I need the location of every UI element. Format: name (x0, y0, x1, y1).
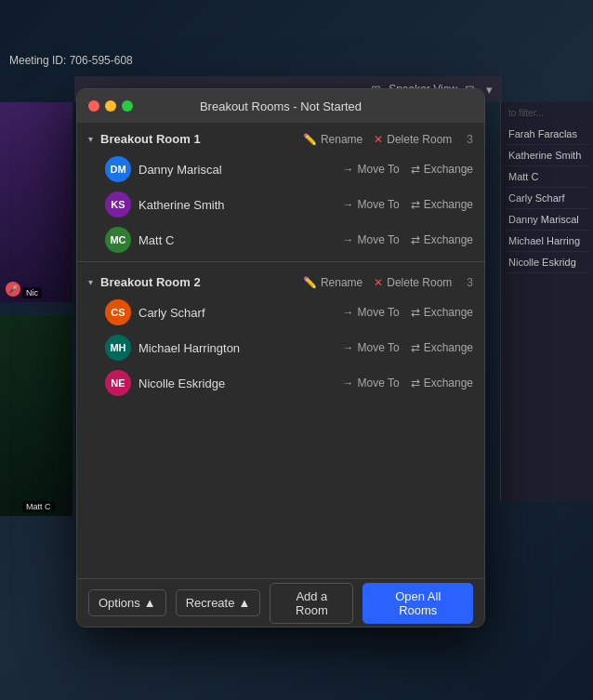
matt-actions: → Move To ⇄ Exchange (342, 233, 473, 246)
room-1-delete-button[interactable]: ✕ Delete Room (374, 133, 452, 146)
danny-exchange-label: Exchange (424, 163, 473, 176)
recreate-chevron-icon: ▲ (238, 596, 250, 610)
recreate-button[interactable]: Recreate ▲ (176, 589, 261, 616)
filter-placeholder: to filter... (505, 108, 589, 118)
options-label: Options (99, 596, 140, 610)
room-2-rename-button[interactable]: ✏️ Rename (303, 276, 362, 289)
katherine-exchange-button[interactable]: ⇄ Exchange (411, 198, 473, 211)
room-2-actions: ✏️ Rename ✕ Delete Room 3 (303, 276, 473, 289)
pencil-icon: ✏️ (303, 133, 317, 146)
modal-footer: Options ▲ Recreate ▲ Add a Room Open All… (77, 578, 484, 627)
room-1-rename-label: Rename (321, 133, 362, 146)
participant-name-carly: Carly Scharf (138, 306, 335, 320)
room-1-header: ▾ Breakout Room 1 ✏️ Rename ✕ Delete Roo… (77, 123, 484, 152)
room-2-section: ▾ Breakout Room 2 ✏️ Rename ✕ Delete Roo… (77, 266, 484, 401)
panel-participant-1: Farah Faraclas (505, 124, 589, 145)
pencil-icon-2: ✏️ (303, 276, 317, 289)
modal-titlebar: Breakout Rooms - Not Started (77, 89, 484, 123)
breakout-rooms-modal: Breakout Rooms - Not Started ▾ Breakout … (76, 88, 485, 627)
nicolle-move-label: Move To (357, 376, 399, 390)
options-button[interactable]: Options ▲ (88, 589, 166, 616)
panel-participant-4: Carly Scharf (505, 188, 589, 209)
danny-exchange-button[interactable]: ⇄ Exchange (411, 163, 473, 176)
michael-exchange-label: Exchange (424, 341, 473, 354)
michael-exchange-button[interactable]: ⇄ Exchange (411, 341, 473, 354)
matt-exchange-button[interactable]: ⇄ Exchange (411, 233, 473, 246)
top-bar: Meeting ID: 706-595-608 (0, 46, 502, 74)
exchange-icon-2: ⇄ (411, 198, 420, 211)
room-2-header: ▾ Breakout Room 2 ✏️ Rename ✕ Delete Roo… (77, 266, 484, 295)
nicolle-exchange-label: Exchange (424, 376, 473, 390)
room-1-name: Breakout Room 1 (100, 132, 296, 146)
add-room-button[interactable]: Add a Room (270, 583, 353, 624)
carly-exchange-label: Exchange (424, 306, 473, 319)
video-name-tag-2: Matt C (22, 501, 55, 512)
open-all-rooms-button[interactable]: Open All Rooms (362, 583, 473, 624)
video-tile-bottom-left: Matt C (0, 316, 72, 516)
katherine-exchange-label: Exchange (424, 198, 473, 211)
panel-participant-3: Matt C (505, 166, 589, 188)
exchange-icon-6: ⇄ (411, 376, 420, 390)
room-divider (77, 261, 484, 262)
participant-name-michael: Michael Harrington (138, 341, 335, 355)
danny-move-label: Move To (357, 163, 399, 176)
traffic-lights (88, 100, 133, 112)
room-2-delete-button[interactable]: ✕ Delete Room (374, 276, 452, 289)
room-1-actions: ✏️ Rename ✕ Delete Room 3 (303, 133, 473, 146)
matt-move-to-button[interactable]: → Move To (342, 233, 399, 246)
katherine-move-to-button[interactable]: → Move To (342, 198, 399, 211)
exchange-icon-5: ⇄ (411, 341, 420, 354)
matt-exchange-label: Exchange (424, 233, 473, 246)
participant-panel: to filter... Farah Faraclas Katherine Sm… (500, 102, 593, 502)
exchange-icon-3: ⇄ (411, 233, 420, 246)
room-1-delete-label: Delete Room (387, 133, 452, 146)
carly-move-to-button[interactable]: → Move To (342, 306, 399, 319)
participant-row-katherine: KS Katherine Smith → Move To ⇄ Exchange (77, 187, 484, 222)
video-tile-top-left: 🎤 Nic (0, 102, 72, 302)
participant-row-danny: DM Danny Mariscal → Move To ⇄ Exchange (77, 152, 484, 187)
more-icon[interactable]: ▾ (486, 83, 493, 97)
x-icon-2: ✕ (374, 276, 383, 289)
close-button[interactable] (88, 100, 99, 112)
room-2-delete-label: Delete Room (387, 276, 452, 289)
michael-move-label: Move To (357, 341, 399, 354)
move-arrow-icon-6: → (342, 376, 353, 390)
avatar-nicolle: NE (105, 370, 131, 396)
minimize-button[interactable] (105, 100, 116, 112)
maximize-button[interactable] (122, 100, 133, 112)
carly-exchange-button[interactable]: ⇄ Exchange (411, 306, 473, 319)
room-1-count: 3 (467, 133, 473, 146)
participant-row-carly: CS Carly Scharf → Move To ⇄ Exchange (77, 295, 484, 330)
open-all-rooms-label: Open All Rooms (395, 589, 441, 617)
participant-row-matt: MC Matt C → Move To ⇄ Exchange (77, 222, 484, 258)
exchange-icon: ⇄ (411, 163, 420, 176)
mute-icon: 🎤 (6, 282, 20, 297)
room-1-rename-button[interactable]: ✏️ Rename (303, 133, 362, 146)
room-1-chevron[interactable]: ▾ (88, 134, 93, 144)
nicolle-move-to-button[interactable]: → Move To (342, 376, 399, 390)
carly-actions: → Move To ⇄ Exchange (342, 306, 473, 319)
avatar-michael: MH (105, 335, 131, 361)
avatar-danny: DM (105, 156, 131, 182)
room-1-section: ▾ Breakout Room 1 ✏️ Rename ✕ Delete Roo… (77, 123, 484, 258)
options-chevron-icon: ▲ (144, 596, 156, 610)
avatar-matt: MC (105, 227, 131, 253)
move-arrow-icon-3: → (342, 233, 353, 246)
room-2-chevron[interactable]: ▾ (88, 277, 93, 287)
participant-row-michael: MH Michael Harrington → Move To ⇄ Exchan… (77, 330, 484, 365)
michael-move-to-button[interactable]: → Move To (342, 341, 399, 354)
katherine-actions: → Move To ⇄ Exchange (342, 198, 473, 211)
participant-name-danny: Danny Mariscal (138, 163, 335, 177)
danny-move-to-button[interactable]: → Move To (342, 163, 399, 176)
modal-body: ▾ Breakout Room 1 ✏️ Rename ✕ Delete Roo… (77, 123, 484, 578)
video-name-tag: Nic (22, 287, 42, 298)
move-arrow-icon-2: → (342, 198, 353, 211)
carly-move-label: Move To (357, 306, 399, 319)
participant-name-nicolle: Nicolle Eskridge (138, 376, 335, 390)
participant-name-katherine: Katherine Smith (138, 198, 335, 212)
nicolle-exchange-button[interactable]: ⇄ Exchange (411, 376, 473, 390)
avatar-carly: CS (105, 299, 131, 325)
panel-participant-2: Katherine Smith (505, 145, 589, 166)
nicolle-actions: → Move To ⇄ Exchange (342, 376, 473, 390)
x-icon: ✕ (374, 133, 383, 146)
